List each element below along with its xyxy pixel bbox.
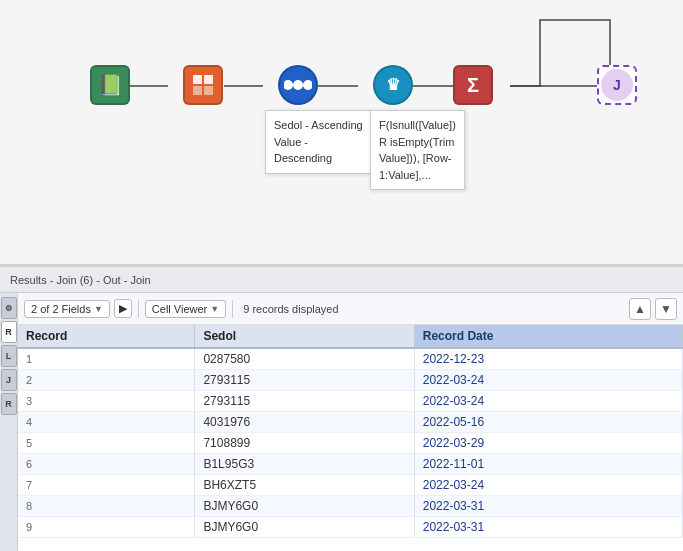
svg-rect-7 xyxy=(193,86,202,95)
records-count: 9 records displayed xyxy=(243,303,338,315)
node-sort[interactable] xyxy=(278,65,318,105)
cell-sedol: BJMY6G0 xyxy=(195,517,414,538)
col-header-sedol: Sedol xyxy=(195,325,414,348)
cell-record: 3 xyxy=(18,391,195,412)
table-row[interactable]: 571088992022-03-29 xyxy=(18,433,683,454)
cell-date: 2022-03-24 xyxy=(414,391,682,412)
left-tab-l[interactable]: L xyxy=(1,345,17,367)
table-row[interactable]: 8BJMY6G02022-03-31 xyxy=(18,496,683,517)
svg-text:J: J xyxy=(613,77,621,93)
table-row[interactable]: 327931152022-03-24 xyxy=(18,391,683,412)
cell-record: 4 xyxy=(18,412,195,433)
fields-arrow-btn[interactable]: ▶ xyxy=(114,299,132,318)
sort-icon xyxy=(278,65,318,105)
cell-record: 8 xyxy=(18,496,195,517)
table-body: 102875802022-12-23227931152022-03-243279… xyxy=(18,348,683,538)
cell-date: 2022-03-24 xyxy=(414,475,682,496)
bottom-panel: Results - Join (6) - Out - Join ⚙ R L J … xyxy=(0,265,683,551)
col-header-record-date: Record Date xyxy=(414,325,682,348)
left-tab-j[interactable]: J xyxy=(1,369,17,391)
scroll-down-button[interactable]: ▼ xyxy=(655,298,677,320)
svg-point-9 xyxy=(284,80,293,90)
svg-rect-8 xyxy=(204,86,213,95)
cell-sedol: BH6XZT5 xyxy=(195,475,414,496)
table-row[interactable]: 9BJMY6G02022-03-31 xyxy=(18,517,683,538)
cell-sedol: 0287580 xyxy=(195,348,414,370)
svg-point-11 xyxy=(303,80,312,90)
formula-tooltip: F(Isnull([Value]) R isEmpty(Trim Value])… xyxy=(370,110,465,190)
cell-viewer-dropdown[interactable]: Cell Viewer ▼ xyxy=(145,300,226,318)
svg-text:♛: ♛ xyxy=(386,76,400,93)
table-row[interactable]: 440319762022-05-16 xyxy=(18,412,683,433)
cell-record: 7 xyxy=(18,475,195,496)
cell-date: 2022-05-16 xyxy=(414,412,682,433)
canvas-area: 📗 ♛ Σ xyxy=(0,0,683,265)
left-tab-r1[interactable]: R xyxy=(1,321,17,343)
data-table-container[interactable]: Record Sedol Record Date 102875802022-12… xyxy=(18,325,683,551)
left-tab-r2[interactable]: R xyxy=(1,393,17,415)
fields-arrow-icon: ▶ xyxy=(119,302,127,315)
cell-date: 2022-03-31 xyxy=(414,517,682,538)
viewer-chevron-icon: ▼ xyxy=(210,304,219,314)
cell-sedol: BJMY6G0 xyxy=(195,496,414,517)
left-tabs: ⚙ R L J R xyxy=(0,293,18,551)
cell-date: 2022-12-23 xyxy=(414,348,682,370)
join-icon: J xyxy=(597,65,637,105)
cell-record: 1 xyxy=(18,348,195,370)
cell-record: 5 xyxy=(18,433,195,454)
cell-viewer-label: Cell Viewer xyxy=(152,303,207,315)
table-row[interactable]: 6B1L95G32022-11-01 xyxy=(18,454,683,475)
col-header-record: Record xyxy=(18,325,195,348)
cell-sedol: 7108899 xyxy=(195,433,414,454)
cell-record: 6 xyxy=(18,454,195,475)
left-tab-config[interactable]: ⚙ xyxy=(1,297,17,319)
cell-record: 9 xyxy=(18,517,195,538)
svg-rect-6 xyxy=(204,75,213,84)
formula-icon: ♛ xyxy=(373,65,413,105)
svg-point-10 xyxy=(293,80,303,90)
node-select[interactable] xyxy=(183,65,223,105)
summarize-icon: Σ xyxy=(453,65,493,105)
cell-date: 2022-11-01 xyxy=(414,454,682,475)
scroll-up-button[interactable]: ▲ xyxy=(629,298,651,320)
fields-chevron-icon: ▼ xyxy=(94,304,103,314)
svg-rect-5 xyxy=(193,75,202,84)
input-icon: 📗 xyxy=(90,65,130,105)
node-input[interactable]: 📗 xyxy=(90,65,130,105)
cell-sedol: 4031976 xyxy=(195,412,414,433)
separator-1 xyxy=(138,300,139,318)
cell-sedol: B1L95G3 xyxy=(195,454,414,475)
node-summarize[interactable]: Σ xyxy=(453,65,493,105)
select-icon xyxy=(183,65,223,105)
sort-tooltip: Sedol - Ascending Value - Descending xyxy=(265,110,372,174)
cell-sedol: 2793115 xyxy=(195,370,414,391)
cell-record: 2 xyxy=(18,370,195,391)
cell-date: 2022-03-29 xyxy=(414,433,682,454)
cell-sedol: 2793115 xyxy=(195,391,414,412)
table-header-row: Record Sedol Record Date xyxy=(18,325,683,348)
toolbar-row: 2 of 2 Fields ▼ ▶ Cell Viewer ▼ 9 record… xyxy=(18,293,683,325)
table-row[interactable]: 7BH6XZT52022-03-24 xyxy=(18,475,683,496)
table-row[interactable]: 102875802022-12-23 xyxy=(18,348,683,370)
fields-dropdown[interactable]: 2 of 2 Fields ▼ xyxy=(24,300,110,318)
results-header: Results - Join (6) - Out - Join xyxy=(0,267,683,293)
table-row[interactable]: 227931152022-03-24 xyxy=(18,370,683,391)
results-title: Results - Join (6) - Out - Join xyxy=(10,274,151,286)
separator-2 xyxy=(232,300,233,318)
node-join[interactable]: J xyxy=(597,65,637,105)
data-table: Record Sedol Record Date 102875802022-12… xyxy=(18,325,683,538)
node-formula[interactable]: ♛ xyxy=(373,65,413,105)
cell-date: 2022-03-24 xyxy=(414,370,682,391)
cell-date: 2022-03-31 xyxy=(414,496,682,517)
fields-label: 2 of 2 Fields xyxy=(31,303,91,315)
